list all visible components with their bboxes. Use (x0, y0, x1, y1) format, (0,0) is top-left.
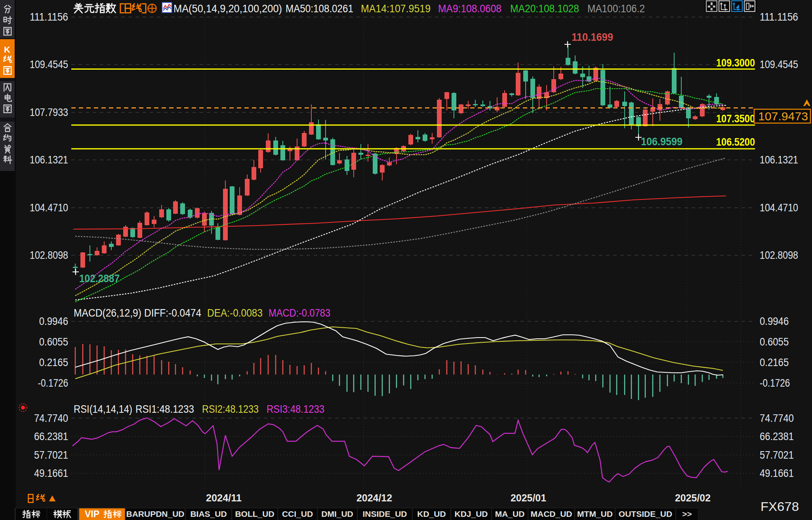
svg-text:66.2381: 66.2381 (34, 431, 68, 442)
svg-text:49.1661: 49.1661 (34, 467, 68, 479)
svg-text:VIP: VIP (85, 509, 99, 519)
svg-text:DMI_UD: DMI_UD (321, 509, 353, 518)
svg-text:MA100:106.2: MA100:106.2 (587, 3, 645, 15)
svg-text:RSI(14,14,14): RSI(14,14,14) (74, 403, 132, 415)
svg-text:RSI1:48.1233: RSI1:48.1233 (135, 403, 194, 415)
svg-text:MA20:108.1028: MA20:108.1028 (510, 3, 579, 15)
svg-text:66.2381: 66.2381 (760, 431, 794, 442)
svg-text:107.9473: 107.9473 (758, 110, 808, 123)
svg-text:0.2165: 0.2165 (39, 357, 68, 368)
svg-text:MA50:108.0261: MA50:108.0261 (286, 3, 353, 15)
svg-text:107.3500: 107.3500 (716, 113, 755, 125)
svg-text:MACD_UD: MACD_UD (531, 509, 572, 518)
svg-text:104.4710: 104.4710 (760, 202, 798, 214)
svg-text:102.2887: 102.2887 (79, 273, 120, 285)
svg-text:0.9946: 0.9946 (760, 315, 789, 327)
svg-text:MACD:-0.0783: MACD:-0.0783 (269, 307, 330, 319)
svg-text:102.8098: 102.8098 (760, 249, 798, 261)
svg-text:74.7740: 74.7740 (760, 412, 794, 424)
svg-text:DEA:-0.0083: DEA:-0.0083 (207, 307, 263, 319)
svg-text:RSI2:48.1233: RSI2:48.1233 (202, 403, 259, 415)
svg-text:57.7021: 57.7021 (34, 449, 68, 461)
svg-text:110.1699: 110.1699 (572, 31, 613, 43)
svg-text:BARUPDN_UD: BARUPDN_UD (126, 509, 184, 518)
svg-text:MA(50,14,9,20,100,200): MA(50,14,9,20,100,200) (173, 3, 282, 15)
svg-text:DIFF:-0.0474: DIFF:-0.0474 (144, 307, 201, 319)
svg-text:INSIDE_UD: INSIDE_UD (362, 509, 407, 518)
svg-text:109.4545: 109.4545 (30, 59, 68, 70)
svg-text:0.6055: 0.6055 (39, 336, 68, 348)
svg-text:RSI3:48.1233: RSI3:48.1233 (267, 403, 324, 415)
svg-text:>>: >> (682, 509, 692, 518)
svg-text:FX678: FX678 (761, 500, 799, 514)
svg-text:111.1156: 111.1156 (30, 11, 68, 23)
svg-text:104.4710: 104.4710 (30, 202, 68, 214)
svg-text:106.9599: 106.9599 (641, 136, 682, 148)
svg-text:102.8098: 102.8098 (30, 249, 68, 261)
svg-text:MA9:108.0608: MA9:108.0608 (438, 3, 501, 15)
svg-text:2024/12: 2024/12 (356, 492, 392, 503)
svg-text:2025/01: 2025/01 (511, 492, 546, 503)
svg-text:CCI_UD: CCI_UD (282, 509, 313, 518)
svg-text:MACD(26,12,9): MACD(26,12,9) (74, 307, 141, 319)
svg-text:BOLL_UD: BOLL_UD (235, 509, 274, 518)
svg-text:111.1156: 111.1156 (760, 11, 798, 23)
svg-text:K: K (4, 45, 10, 55)
svg-text:106.5200: 106.5200 (716, 136, 755, 148)
svg-text:KD_UD: KD_UD (417, 509, 446, 518)
svg-text:57.7021: 57.7021 (760, 449, 794, 461)
svg-text:MA14:107.9519: MA14:107.9519 (361, 3, 431, 15)
svg-text:49.1661: 49.1661 (760, 467, 794, 479)
svg-text:MA_UD: MA_UD (495, 509, 525, 518)
svg-text:-0.1726: -0.1726 (38, 377, 68, 389)
svg-text:107.7933: 107.7933 (30, 106, 68, 118)
svg-text:0.6055: 0.6055 (760, 336, 789, 348)
svg-text:OUTSIDE_UD: OUTSIDE_UD (619, 509, 672, 518)
svg-text:74.7740: 74.7740 (34, 412, 68, 424)
svg-text:0.9946: 0.9946 (39, 315, 68, 327)
svg-text:109.3000: 109.3000 (716, 57, 755, 69)
svg-text:2025/02: 2025/02 (675, 492, 711, 503)
svg-text:106.1321: 106.1321 (30, 154, 68, 166)
svg-text:KDJ_UD: KDJ_UD (454, 509, 488, 518)
svg-text:2024/11: 2024/11 (206, 492, 242, 503)
svg-text:-0.1726: -0.1726 (760, 377, 790, 389)
svg-text:0.2165: 0.2165 (760, 357, 789, 368)
svg-text:MTM_UD: MTM_UD (577, 509, 613, 518)
svg-text:106.1321: 106.1321 (760, 154, 798, 166)
svg-text:BIAS_UD: BIAS_UD (190, 509, 227, 518)
svg-text:109.4545: 109.4545 (760, 59, 798, 70)
